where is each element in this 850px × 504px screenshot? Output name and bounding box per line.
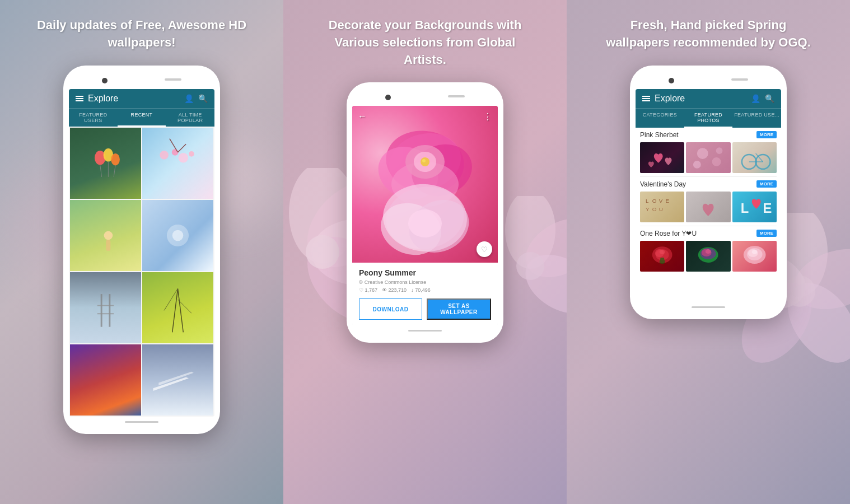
svg-line-5 xyxy=(114,165,115,177)
category-pink-sherbet-images xyxy=(640,142,777,173)
svg-text:L: L xyxy=(741,200,749,216)
svg-point-54 xyxy=(716,147,723,154)
category-roses-header: One Rose for Y❤U MORE xyxy=(640,230,777,237)
more-badge-valentines[interactable]: MORE xyxy=(756,180,777,188)
photo-balloons xyxy=(70,128,141,199)
svg-point-26 xyxy=(306,235,339,269)
views-stat: 👁 223,710 xyxy=(382,287,407,293)
cat-img-hearts-2[interactable] xyxy=(686,192,730,222)
app-bar-3: Explore 👤 🔍 xyxy=(636,89,781,108)
app-bar-1: Explore 👤 🔍 xyxy=(69,89,214,108)
panel-2: Decorate your Backgrounds with Various s… xyxy=(283,0,567,504)
tab-featured-photos[interactable]: FEATURED PHOTOS xyxy=(684,109,733,128)
svg-point-75 xyxy=(706,249,711,254)
more-icon[interactable]: ⋮ xyxy=(483,111,492,122)
person-icon-3[interactable]: 👤 xyxy=(751,94,760,103)
svg-line-11 xyxy=(178,144,186,152)
svg-rect-13 xyxy=(106,240,110,251)
svg-point-8 xyxy=(178,153,188,163)
cat-img-love-tiles[interactable]: L O V E Y O U xyxy=(640,192,684,222)
tab-categories[interactable]: CATEGORIES xyxy=(636,109,684,128)
svg-point-50 xyxy=(784,276,815,307)
phone-top-bar-2 xyxy=(352,94,498,106)
svg-point-9 xyxy=(189,151,194,157)
svg-text:U: U xyxy=(659,206,663,212)
phone-top-bar-1 xyxy=(69,77,214,89)
photo-child xyxy=(70,200,141,271)
phone-1: Explore 👤 🔍 FEATURED USERS RECENT ALL TI… xyxy=(63,66,220,434)
search-icon-3[interactable]: 🔍 xyxy=(765,94,774,103)
cat-img-rose-pink[interactable] xyxy=(732,241,777,272)
app-title-1: Explore xyxy=(88,94,180,104)
cat-img-rose-red[interactable] xyxy=(640,241,684,272)
home-indicator-1 xyxy=(125,421,158,423)
phone-screen-2: ← ⋮ ♡ Peony Summer © Creative Commons Li… xyxy=(352,106,498,325)
detail-buttons: DOWNLOAD SET AS WALLPAPER xyxy=(359,298,491,320)
phone-speaker-3 xyxy=(731,78,748,81)
search-icon-1[interactable]: 🔍 xyxy=(198,94,208,103)
cat-img-pink-bokeh[interactable] xyxy=(686,142,730,173)
tab-featured-use[interactable]: FEATURED USE... xyxy=(732,109,781,128)
detail-license: © Creative Commons License xyxy=(359,279,491,285)
tab-all-time[interactable]: ALL TIME POPULAR xyxy=(166,109,214,127)
detail-title: Peony Summer xyxy=(359,268,491,277)
svg-point-2 xyxy=(111,153,120,165)
cat-img-rose-rainbow[interactable] xyxy=(686,241,730,272)
more-badge-pink-sherbet[interactable]: MORE xyxy=(756,131,777,138)
photo-cell-6[interactable] xyxy=(142,272,213,343)
phone-3: Explore 👤 🔍 CATEGORIES FEATURED PHOTOS F… xyxy=(630,66,787,319)
photo-cell-2[interactable] xyxy=(142,128,213,199)
category-pink-sherbet: Pink Sherbet MORE xyxy=(636,128,781,176)
svg-text:Y: Y xyxy=(646,206,650,212)
phone-screen-1: Explore 👤 🔍 FEATURED USERS RECENT ALL TI… xyxy=(69,89,214,417)
svg-rect-18 xyxy=(97,305,114,306)
photo-cell-4[interactable] xyxy=(142,200,213,271)
tab-recent[interactable]: RECENT xyxy=(118,109,166,127)
svg-point-15 xyxy=(172,230,184,241)
photo-cell-5[interactable] xyxy=(70,272,141,343)
photo-cell-1[interactable] xyxy=(70,128,141,199)
menu-icon[interactable] xyxy=(76,96,83,101)
set-wallpaper-button[interactable]: SET AS WALLPAPER xyxy=(427,298,491,320)
photo-grid-1 xyxy=(69,127,214,417)
svg-text:L: L xyxy=(646,198,649,204)
menu-icon-3[interactable] xyxy=(642,96,650,101)
cat-img-hearts[interactable] xyxy=(640,142,684,173)
photo-cherry xyxy=(142,128,213,199)
svg-point-42 xyxy=(408,209,442,237)
photo-cell-7[interactable] xyxy=(70,344,141,416)
svg-rect-17 xyxy=(109,294,110,327)
phone-top-bar-3 xyxy=(636,77,781,89)
photo-jets xyxy=(142,344,213,416)
svg-point-6 xyxy=(160,151,169,160)
more-badge-roses[interactable]: MORE xyxy=(756,230,777,237)
tabs-1: FEATURED USERS RECENT ALL TIME POPULAR xyxy=(69,108,214,127)
photo-cell-3[interactable] xyxy=(70,200,141,271)
svg-text:O: O xyxy=(652,206,657,212)
detail-image-container: ← ⋮ ♡ xyxy=(352,106,498,263)
home-indicator-2 xyxy=(408,330,442,332)
category-valentines-images: L O V E Y O U xyxy=(640,192,777,222)
photo-cell-8[interactable] xyxy=(142,344,213,416)
phone-speaker-1 xyxy=(165,78,181,81)
photo-sunset xyxy=(70,344,141,416)
phone-camera-1 xyxy=(102,78,108,83)
category-roses: One Rose for Y❤U MORE xyxy=(636,226,781,275)
panel-3: Fresh, Hand picked Spring wallpapers rec… xyxy=(567,0,850,504)
category-roses-title: One Rose for Y❤U xyxy=(640,230,697,237)
svg-point-79 xyxy=(751,250,757,254)
tab-featured-users[interactable]: FEATURED USERS xyxy=(69,109,118,127)
phone-2: ← ⋮ ♡ Peony Summer © Creative Commons Li… xyxy=(347,82,503,343)
category-pink-sherbet-title: Pink Sherbet xyxy=(640,131,679,139)
likes-stat: ♡ 1,767 xyxy=(359,287,377,293)
back-icon[interactable]: ← xyxy=(358,111,367,122)
person-icon-1[interactable]: 👤 xyxy=(184,94,194,103)
cat-img-love-blue[interactable]: L E xyxy=(732,192,777,222)
category-valentines-header: Valentine's Day MORE xyxy=(640,180,777,188)
svg-text:O: O xyxy=(652,198,657,204)
panel-1: Daily updates of Free, Awesome HD wallpa… xyxy=(0,0,283,504)
peony-image xyxy=(352,106,498,263)
cat-img-bicycle[interactable] xyxy=(732,142,777,173)
download-button[interactable]: DOWNLOAD xyxy=(359,298,422,320)
category-pink-sherbet-header: Pink Sherbet MORE xyxy=(640,131,777,139)
